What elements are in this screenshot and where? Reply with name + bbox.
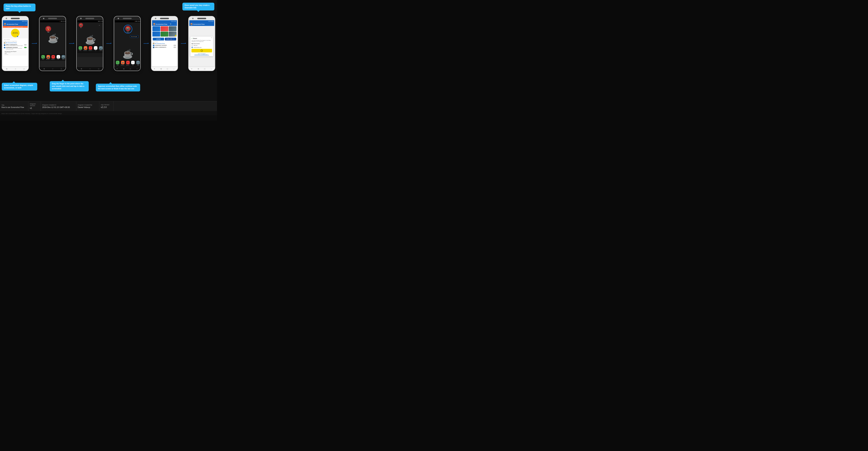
- phone1-recent-icon[interactable]: □: [24, 68, 25, 70]
- phone3-nav-icon1[interactable]: ⊲: [81, 68, 82, 70]
- phone6-status-bar: 57% 13:39: [189, 20, 214, 22]
- phone5-status-bar: 57% 13:38: [152, 20, 177, 22]
- phone1-folder-icon: 📁: [4, 42, 5, 44]
- phone2-app-drive: △ Drive: [56, 55, 61, 60]
- phone5-more-icon: ⋮: [175, 23, 176, 25]
- phone5-settings-title: SETTINGS: [153, 41, 176, 43]
- phone6-done-card: ✓ ✓ Done! Done! Your new Screenshot Flow…: [190, 36, 213, 56]
- callout-save-text: Once saved you may create a shareable li…: [185, 4, 209, 9]
- phone6-access-only-you[interactable]: Only you: [191, 45, 212, 46]
- phone6-share-btn[interactable]: ⬡: [191, 49, 212, 52]
- phone5-status-text: 57% 13:38: [171, 21, 176, 22]
- phone6-share-icon: ⬡: [201, 49, 203, 52]
- arrow-1-2: ▶: [32, 43, 36, 44]
- phone5-diagram-toggle[interactable]: [174, 45, 176, 46]
- phone5-nav-icon1[interactable]: +: [154, 68, 155, 70]
- phone5-nav-icon4[interactable]: ←: [173, 68, 175, 70]
- phone5-screenshot-grid: [152, 26, 177, 37]
- bottom-version-cell: Diagram Version v1: [28, 102, 41, 111]
- phone1-nav: ⊲ ○ □: [2, 67, 28, 71]
- phone5-simple-label: SIMPLE SCREENSHOTS: [155, 47, 173, 48]
- bottom-created-by-label: Diagram Created By: [78, 104, 98, 106]
- bottom-app-version-value: v2.2.0: [101, 106, 112, 109]
- phone5-thumb-4[interactable]: [152, 32, 160, 36]
- phone3-nav-icon3[interactable]: □: [98, 68, 99, 70]
- phone5-thumb-2[interactable]: [161, 26, 168, 31]
- phone3-app-camera: 📷 Camera: [99, 46, 103, 51]
- phone5-folder-name: My Screenshot Flows: [155, 43, 165, 44]
- phone4-spot-label: Spots: [127, 31, 129, 32]
- phone6-nav-icon2[interactable]: ⊲: [197, 68, 199, 70]
- phone6-radio-anyone[interactable]: [191, 47, 193, 48]
- phone4-nav-icon2[interactable]: ⊲: [123, 68, 124, 70]
- phone1-diagram-toggle[interactable]: [24, 47, 27, 48]
- phone6-nav: + ⊲ □ ←: [189, 67, 215, 71]
- phone1-home-icon[interactable]: ○: [15, 68, 16, 70]
- callout-start-text: Press the big yellow button to start: [6, 5, 31, 9]
- phone5-nav-icon2[interactable]: ⊲: [160, 68, 162, 70]
- phone4-app-phone: 📞 Phone: [116, 61, 120, 66]
- phone5-thumb-5[interactable]: [161, 32, 168, 36]
- phone2-app-product: P Product H...: [51, 55, 55, 60]
- phone4-status-bar: ✕ 18% 13:12: [115, 20, 141, 22]
- phone2-nav-icon3[interactable]: □: [61, 68, 62, 70]
- phone5-simple-icon: 📷: [153, 47, 154, 48]
- phone5-done-save-btn[interactable]: DONE & SAVE ✓: [165, 38, 176, 40]
- phone6-only-you-text: Only you: [193, 45, 197, 46]
- phone1-app-logo: 📸: [4, 23, 6, 25]
- phone4-app-drive: △ Drive: [131, 61, 135, 66]
- phone6-access-anyone[interactable]: Anyone with a link: [191, 47, 212, 48]
- phone5-simple-toggle[interactable]: [174, 47, 176, 48]
- phone3-nav-icon2[interactable]: ○: [89, 68, 91, 70]
- phone5-settings: SETTINGS 📁 My Screenshot Flows 🔗 SCREENS…: [152, 41, 177, 49]
- callout-approve-text: Approve screenshot then either continue …: [98, 85, 137, 90]
- phone4-nav-icon1[interactable]: •: [117, 68, 118, 70]
- phone5-thumb-1[interactable]: [152, 26, 160, 31]
- footer-text: Made with screenshotflow.com (Free Versi…: [1, 113, 62, 114]
- phone5-continue-btn[interactable]: CONTINUE: [153, 38, 164, 40]
- phone2-nav-icon2[interactable]: ○: [52, 68, 53, 70]
- phone5-nav-icon3[interactable]: □: [167, 68, 168, 70]
- phone4-app-screenshot: 📸 Screensho...: [121, 61, 125, 66]
- phone-1: 19% 13:39 📸 Screenshot Flow ≡ Free trial…: [2, 16, 29, 71]
- phone3-app-drive: △ Drive: [94, 46, 98, 51]
- phone5-thumb-3[interactable]: [169, 26, 177, 31]
- phone-4: ✕ 18% 13:12 📸 Spots: [114, 16, 141, 71]
- phone2-app-camera: 📷 Camera: [61, 55, 65, 60]
- phone1-simple-toggle[interactable]: [24, 44, 27, 46]
- phone6-close-btn[interactable]: ✕: [211, 37, 212, 38]
- phone3-arrow-indicator: →: [98, 24, 100, 26]
- phone6-nav-icon1[interactable]: +: [191, 68, 192, 70]
- callout-drag: Drag the finger to the point where the u…: [50, 81, 89, 91]
- phone4-app-camera: 📷 Camera: [136, 61, 140, 66]
- phone-3: 19% 13:11 📸 Spots → ☕: [76, 16, 103, 71]
- phone2-spot-label: Spots: [47, 27, 50, 28]
- phone1-trial-banner[interactable]: Free trial for 3 more days - Click here …: [3, 26, 28, 28]
- footer: Made with screenshotflow.com (Free Versi…: [0, 111, 217, 115]
- phone1-menu-icon: ≡: [26, 23, 27, 25]
- phone4-nav-icon4[interactable]: ○: [136, 68, 137, 70]
- callout-save: Once saved you may create a shareable li…: [182, 3, 214, 10]
- phone2-nav: ⊲ ○ □: [39, 67, 66, 71]
- phone6-nav-icon3[interactable]: □: [204, 68, 205, 70]
- phone4-app-product: P Product H...: [126, 61, 130, 66]
- phone6-radio-only[interactable]: [191, 45, 193, 46]
- phone6-link-url[interactable]: screenshotflow.com/daf3ha/tablet-o...: [191, 54, 212, 55]
- phone4-nav: • ⊲ □ ○: [114, 67, 141, 71]
- phone5-menu-icon: 🔍: [170, 23, 172, 25]
- phone2-drag-spot: Spots 👆 drag: [45, 26, 51, 33]
- phone1-back-icon[interactable]: ⊲: [6, 68, 7, 70]
- phone5-nav: + ⊲ □ ←: [151, 67, 178, 71]
- bottom-created-at-value: 2018-Dec-12 01:15 GMT+08:00: [42, 106, 75, 108]
- phone1-diagram-desc: Create a clever diagram from the screens…: [6, 48, 24, 50]
- phone3-spots-icon: 📸 Spots: [79, 23, 83, 28]
- phone5-thumb-6[interactable]: [169, 32, 177, 36]
- phone2-nav-icon1[interactable]: ⊲: [43, 68, 45, 70]
- phone3-spot-label: Spots: [79, 27, 83, 28]
- phone3-status-bar: 19% 13:11: [78, 20, 103, 22]
- phone5-diagram-label: SCREENSHOT DIAGRAM: [155, 45, 173, 46]
- phone6-nav-icon4[interactable]: ←: [211, 68, 212, 70]
- phone1-yellow-button-area: BIG YELLOWSTART BUTTON: [3, 28, 28, 38]
- phone1-big-yellow-button[interactable]: BIG YELLOWSTART BUTTON: [11, 29, 20, 37]
- phone4-nav-icon3[interactable]: □: [130, 68, 131, 70]
